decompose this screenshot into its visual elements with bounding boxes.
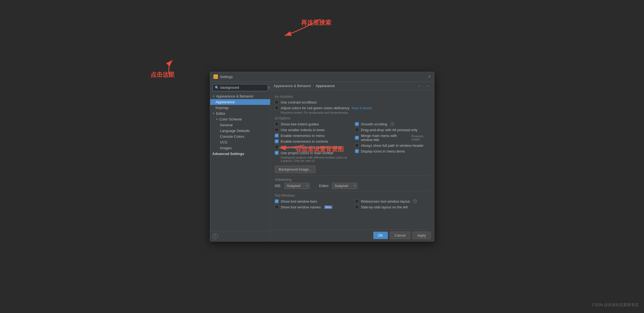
widescreen-help-icon[interactable]: ?: [413, 199, 417, 203]
checkbox-contrast-scrollbars[interactable]: [275, 100, 279, 104]
use-project-colors-note: Distinguish projects with different tool…: [281, 156, 350, 162]
editor-aa-label: Editor:: [319, 184, 330, 188]
sidebar-item-console-colors[interactable]: Console Colors: [210, 134, 270, 139]
sidebar-item-keymap[interactable]: Keymap: [210, 105, 270, 111]
background-image-button[interactable]: Background Image...: [275, 166, 316, 173]
help-icon[interactable]: ?: [212, 234, 218, 239]
sidebar-item-general[interactable]: General: [210, 122, 270, 128]
adjust-colors-note: Requires restart. For protanopia and deu…: [281, 111, 430, 114]
sidebar-item-editor[interactable]: ▼ Editor: [210, 111, 270, 116]
label-show-tool-window-names: Show tool window names: [281, 205, 321, 209]
content-area[interactable]: be disabled. Use contrast scrollbars Adj…: [270, 90, 434, 229]
sidebar-item-advanced-settings[interactable]: Advanced Settings: [210, 151, 270, 157]
ide-aa-select-wrapper: Subpixel None Greyscale: [284, 183, 310, 189]
sidebar-item-label: Editor: [216, 111, 225, 116]
sidebar-item-vcs[interactable]: VCS: [210, 139, 270, 145]
sidebar-item-label: Images: [220, 146, 232, 150]
tool-windows-grid: Show tool window bars Show tool window n…: [275, 199, 430, 210]
screenshot-container: 再这里搜索 点击这里 在这里设置背景图: [0, 0, 644, 313]
search-clear-button[interactable]: ×: [268, 85, 270, 90]
checkbox-always-show-full-path[interactable]: [355, 143, 359, 147]
checkbox-smooth-scrolling[interactable]: [355, 122, 359, 126]
tool-windows-title: Tool Windows: [275, 194, 430, 197]
svg-rect-4: [214, 76, 217, 77]
label-show-main-menu-toolbar: Show main menu in a separate toolbar: [281, 145, 342, 149]
checkbox-enable-mnemonics-menu[interactable]: [275, 134, 279, 137]
label-widescreen-layout: Widescreen tool window layout: [361, 199, 410, 203]
merge-main-menu-note: Requires restart: [411, 134, 430, 141]
checkbox-enable-mnemonics-controls[interactable]: [275, 139, 279, 143]
setting-row-use-smaller-indents: Use smaller indents in trees: [275, 127, 350, 133]
checkbox-show-tool-window-bars[interactable]: [275, 199, 279, 203]
breadcrumb-parent[interactable]: Appearance & Behavior: [274, 84, 311, 88]
sidebar-item-language-defaults[interactable]: Language Defaults: [210, 128, 270, 134]
label-use-project-colors: Use project colors in main toolbar: [281, 151, 334, 155]
checkbox-adjust-colors[interactable]: [275, 106, 279, 110]
sidebar-bottom: ?: [210, 231, 270, 241]
sidebar-item-appearance[interactable]: Appearance: [210, 99, 270, 105]
dialog-footer: OK Cancel Apply: [270, 229, 434, 241]
setting-row-show-tool-window-bars: Show tool window bars: [275, 199, 350, 204]
annotation-click-arrow: [145, 55, 200, 88]
setting-row-merge-main-menu: Merge main menu with window title Requir…: [355, 133, 430, 143]
setting-row-show-tool-window-names: Show tool window names Beta: [275, 204, 350, 210]
title-bar: Settings ×: [210, 72, 434, 82]
setting-row-adjust-colors: Adjust colors for red-green vision defic…: [275, 105, 430, 111]
checkbox-show-tree-indent[interactable]: [275, 122, 279, 126]
setting-row-display-icons-menu: Display icons in menu items: [355, 148, 430, 154]
checkbox-widescreen-layout[interactable]: [355, 199, 359, 203]
setting-row-contrast-scrollbars: Use contrast scrollbars: [275, 99, 430, 105]
label-merge-main-menu: Merge main menu with window title: [361, 134, 408, 142]
ide-aa-label: IDE:: [275, 184, 282, 188]
checkbox-merge-main-menu[interactable]: [355, 136, 359, 140]
ui-options-right: Smooth scrolling ? Drag-and-drop with Al…: [355, 121, 430, 163]
checkbox-use-project-colors[interactable]: [275, 151, 279, 155]
breadcrumb-nav: ← →: [417, 84, 431, 88]
sidebar-item-label: Color Scheme: [219, 117, 242, 121]
annotation-click: 点击这里: [151, 71, 175, 79]
nav-forward-button[interactable]: →: [424, 84, 431, 88]
checkbox-side-by-side[interactable]: [355, 205, 359, 209]
label-enable-mnemonics-controls: Enable mnemonics in controls: [281, 139, 328, 143]
checkbox-show-main-menu-toolbar[interactable]: [275, 145, 279, 149]
checkbox-show-tool-window-names[interactable]: [275, 205, 279, 209]
editor-aa-select[interactable]: Subpixel None Greyscale: [332, 183, 357, 189]
sidebar-item-label: Console Colors: [220, 134, 244, 139]
label-show-tree-indent: Show tree indent guides: [281, 122, 319, 126]
checkbox-drag-and-drop[interactable]: [355, 128, 359, 132]
nav-back-button[interactable]: ←: [417, 84, 423, 88]
editor-aa-select-wrapper: Subpixel None Greyscale: [332, 183, 357, 189]
sidebar-item-images[interactable]: Images: [210, 145, 270, 151]
how-it-works-link[interactable]: How it works: [352, 106, 372, 110]
sidebar-item-label: VCS: [220, 140, 227, 144]
sidebar-item-label: Advanced Settings: [212, 152, 244, 156]
sidebar-item-label: Appearance & Behavior: [216, 94, 253, 98]
setting-row-drag-and-drop: Drag-and-drop with Alt pressed only: [355, 127, 430, 133]
background-image-btn-label: Background Image...: [279, 167, 312, 171]
close-button[interactable]: ×: [428, 74, 431, 79]
label-adjust-colors: Adjust colors for red-green vision defic…: [281, 106, 350, 110]
window-title: Settings: [220, 75, 233, 79]
checkbox-use-smaller-indents[interactable]: [275, 128, 279, 132]
divider-2: [275, 191, 430, 191]
search-input[interactable]: [221, 85, 267, 90]
ide-aa-select[interactable]: Subpixel None Greyscale: [284, 183, 310, 189]
cancel-button[interactable]: Cancel: [390, 232, 410, 239]
ui-options-left: Show tree indent guides Use smaller inde…: [275, 121, 350, 163]
main-content: Appearance & Behavior › Appearance ← → b…: [270, 82, 434, 241]
sidebar-item-label: General: [220, 123, 233, 127]
ok-button[interactable]: OK: [373, 232, 388, 239]
sidebar-item-appearance-behavior[interactable]: ▼ Appearance & Behavior: [210, 93, 270, 99]
setting-row-always-show-full-path: Always show full path in window header: [355, 143, 430, 148]
ui-options-title: UI Options: [275, 116, 430, 120]
apply-button[interactable]: Apply: [412, 232, 431, 239]
checkbox-display-icons-menu[interactable]: [355, 149, 359, 153]
svg-rect-3: [214, 76, 217, 76]
sidebar-item-color-scheme[interactable]: ▼ Color Scheme: [210, 116, 270, 122]
setting-row-smooth-scrolling: Smooth scrolling ?: [355, 121, 430, 127]
setting-row-use-project-colors: Use project colors in main toolbar: [275, 150, 350, 156]
dialog-body: 🔍 × ▼ Appearance & Behavior Appearance: [210, 82, 434, 241]
breadcrumb-separator: ›: [313, 84, 314, 88]
smooth-scrolling-help-icon[interactable]: ?: [391, 122, 394, 126]
sidebar: 🔍 × ▼ Appearance & Behavior Appearance: [210, 82, 270, 241]
